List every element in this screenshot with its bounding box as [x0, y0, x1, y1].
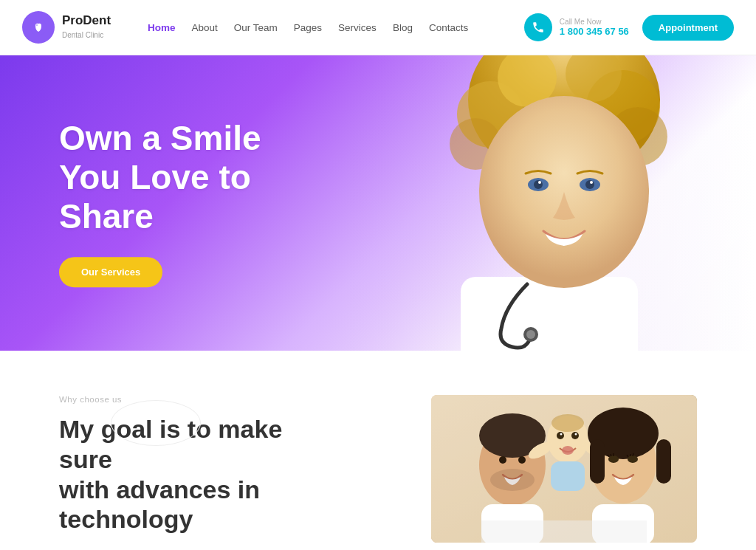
phone-number: 1 800 345 67 56 [560, 26, 629, 37]
header-right: Call Me Now 1 800 345 67 56 Appointment [524, 13, 734, 41]
phone-text: Call Me Now 1 800 345 67 56 [560, 18, 629, 37]
nav-pages[interactable]: Pages [294, 22, 322, 33]
logo-subtitle: Dental Clinic [62, 31, 103, 39]
nav-home[interactable]: Home [148, 22, 176, 33]
logo-text: ProDent Dental Clinic [62, 14, 111, 41]
goal-heading: My goal is to make sure with advances in… [59, 414, 325, 534]
svg-point-31 [557, 432, 564, 439]
hero-headline-line3: Share [59, 197, 154, 236]
phone-area: Call Me Now 1 800 345 67 56 [524, 13, 629, 41]
family-photo [431, 395, 697, 543]
hero-headline: Own a Smile You Love to Share [59, 119, 261, 236]
svg-point-18 [590, 181, 593, 184]
nav-our-team[interactable]: Our Team [234, 22, 278, 33]
header: ProDent Dental Clinic Home About Our Tea… [0, 0, 756, 55]
svg-point-16 [585, 180, 594, 189]
svg-rect-41 [590, 439, 605, 484]
hero-headline-line1: Own a Smile [59, 119, 261, 157]
hero-headline-line2: You Love to [59, 158, 251, 196]
svg-point-25 [499, 456, 506, 464]
nav-services[interactable]: Services [338, 22, 377, 33]
family-illustration [431, 395, 697, 543]
logo: ProDent Dental Clinic [22, 11, 126, 44]
goal-line1: My goal is to make sure [59, 415, 282, 473]
svg-point-1 [36, 24, 38, 26]
svg-point-15 [534, 180, 543, 189]
nav-contacts[interactable]: Contacts [429, 22, 468, 33]
svg-point-43 [608, 456, 619, 463]
doctor-illustration [343, 55, 756, 351]
svg-rect-36 [551, 461, 585, 491]
svg-point-33 [560, 433, 563, 436]
appointment-button[interactable]: Appointment [642, 15, 734, 41]
goal-line3: technology [59, 505, 193, 533]
svg-point-34 [575, 433, 577, 436]
why-choose-section: Why choose us My goal is to make sure wi… [0, 351, 756, 550]
nav-about[interactable]: About [192, 22, 218, 33]
svg-point-27 [490, 469, 535, 491]
main-nav: Home About Our Team Pages Services Blog … [148, 22, 524, 33]
logo-name: ProDent [62, 14, 111, 28]
svg-point-20 [526, 330, 535, 339]
svg-rect-46 [481, 520, 647, 543]
nav-blog[interactable]: Blog [393, 22, 413, 33]
hero-section: Own a Smile You Love to Share Our Servic… [0, 55, 756, 351]
svg-point-32 [571, 432, 579, 439]
svg-rect-42 [656, 439, 671, 484]
svg-point-35 [562, 446, 574, 455]
svg-point-30 [551, 414, 584, 432]
hero-image [343, 55, 756, 351]
goal-line2: with advances in [59, 475, 260, 503]
hero-content: Own a Smile You Love to Share Our Servic… [59, 119, 261, 287]
why-choose-left: Why choose us My goal is to make sure wi… [59, 395, 402, 534]
phone-label: Call Me Now [560, 18, 629, 26]
our-services-button[interactable]: Our Services [59, 257, 162, 287]
svg-point-26 [518, 456, 526, 464]
svg-point-17 [538, 181, 541, 184]
logo-icon [22, 11, 55, 44]
why-choose-label: Why choose us [59, 395, 402, 404]
svg-point-44 [628, 456, 638, 463]
phone-icon [524, 13, 552, 41]
